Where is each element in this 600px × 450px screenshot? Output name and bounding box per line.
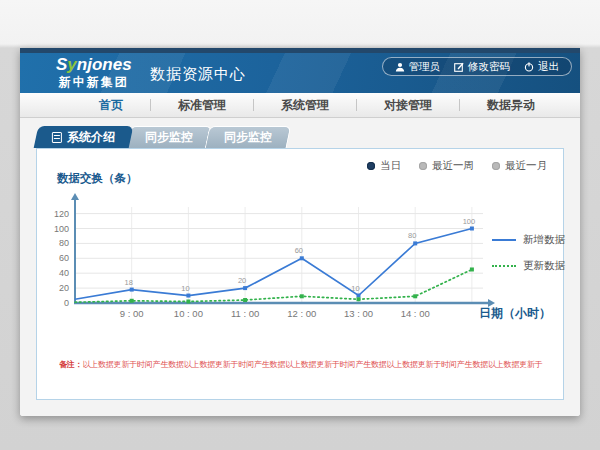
nav-item-interface-management[interactable]: 对接管理 [357, 97, 459, 114]
period-filter: 当日 最近一周 最近一月 [367, 159, 547, 173]
y-tick-label: 60 [59, 253, 69, 263]
legend-label: 新增数据 [523, 233, 565, 247]
logo-subtitle: 新中新集团 [56, 76, 132, 88]
data-point [243, 298, 247, 302]
edit-icon [454, 62, 464, 72]
username-label: 管理员 [409, 60, 441, 74]
tab-sync-monitor-1[interactable]: 同步监控 [126, 126, 213, 148]
change-password-button[interactable]: 修改密码 [454, 60, 510, 74]
y-tick-label: 0 [64, 298, 69, 308]
tab-bar: 系统介绍 同步监控 同步监控 [36, 126, 286, 148]
legend-item-new-data[interactable]: 新增数据 [492, 233, 565, 247]
radio-last-month[interactable]: 最近一月 [492, 159, 547, 173]
point-value-label: 60 [295, 246, 303, 255]
line-chart: 0204060801001209 : 0010 : 0011 : 0012 : … [51, 193, 501, 331]
radio-dot-icon [419, 162, 427, 170]
radio-dot-icon [367, 162, 375, 170]
data-point [413, 241, 417, 245]
logout-label: 退出 [538, 60, 559, 74]
app-window: Synjones 新中新集团 数据资源中心 管理员 修改密码 退出 [20, 48, 580, 416]
power-icon [524, 62, 534, 72]
y-tick-label: 20 [59, 283, 69, 293]
tab-label: 系统介绍 [67, 129, 115, 146]
tab-system-intro[interactable]: 系统介绍 [34, 126, 134, 148]
chart-panel: 当日 最近一周 最近一月 数据交换（条） 0204060801001209 : … [36, 148, 564, 400]
point-value-label: 100 [463, 217, 476, 226]
y-tick-label: 80 [59, 238, 69, 248]
nav-item-home[interactable]: 首页 [72, 97, 150, 114]
data-point [300, 294, 304, 298]
desktop-background: Synjones 新中新集团 数据资源中心 管理员 修改密码 退出 [0, 0, 600, 450]
point-value-label: 20 [238, 276, 246, 285]
data-point [470, 267, 474, 271]
user-icon [395, 62, 405, 72]
x-tick-label: 13 : 00 [344, 308, 373, 319]
user-toolbar: 管理员 修改密码 退出 [382, 57, 573, 76]
data-point [186, 294, 190, 298]
radio-label: 最近一周 [432, 159, 474, 173]
data-point [470, 227, 474, 231]
note-text: 以上数据更新于时间产生数据以上数据更新于时间产生数据以上数据更新于时间产生数据以… [82, 360, 542, 369]
solid-line-icon [492, 239, 516, 241]
point-value-label: 18 [125, 278, 133, 287]
nav-item-system-management[interactable]: 系统管理 [254, 97, 356, 114]
dotted-line-icon [492, 265, 516, 267]
data-point [413, 294, 417, 298]
y-tick-label: 40 [59, 268, 69, 278]
radio-label: 当日 [380, 159, 401, 173]
logout-button[interactable]: 退出 [524, 60, 559, 74]
tab-sync-monitor-2[interactable]: 同步监控 [205, 126, 292, 148]
note-label: 备注： [59, 360, 82, 369]
x-tick-label: 14 : 00 [401, 308, 430, 319]
tab-label: 同步监控 [224, 129, 272, 146]
chart-legend: 新增数据 更新数据 [492, 233, 565, 273]
legend-label: 更新数据 [523, 259, 565, 273]
y-axis-title: 数据交换（条） [57, 171, 138, 186]
radio-dot-icon [492, 162, 500, 170]
y-tick-label: 120 [54, 209, 69, 219]
logo-accent-letter: y [67, 55, 76, 74]
content-area: 系统介绍 同步监控 同步监控 当日 最近一周 [20, 118, 580, 416]
data-point [357, 294, 361, 298]
logo-wordmark: Synjones [56, 56, 132, 73]
series-line-更新数据 [75, 269, 472, 302]
data-point [357, 297, 361, 301]
tab-label: 同步监控 [145, 129, 193, 146]
y-axis-arrow [71, 193, 79, 200]
point-value-label: 80 [408, 231, 416, 240]
data-point [300, 256, 304, 260]
x-tick-label: 9 : 00 [120, 308, 144, 319]
x-axis-title: 日期（小时） [479, 305, 551, 322]
nav-item-standard-management[interactable]: 标准管理 [151, 97, 253, 114]
y-tick-label: 100 [54, 224, 69, 234]
x-tick-label: 10 : 00 [174, 308, 203, 319]
document-icon [52, 132, 62, 143]
current-user[interactable]: 管理员 [395, 60, 441, 74]
footer-note: 备注：以上数据更新于时间产生数据以上数据更新于时间产生数据以上数据更新于时间产生… [59, 359, 553, 370]
data-point [186, 300, 190, 304]
company-logo: Synjones 新中新集团 [56, 56, 132, 88]
legend-item-updated-data[interactable]: 更新数据 [492, 259, 565, 273]
x-tick-label: 12 : 00 [287, 308, 316, 319]
page-title: 数据资源中心 [150, 65, 246, 84]
change-password-label: 修改密码 [468, 60, 510, 74]
radio-today[interactable]: 当日 [367, 159, 401, 173]
point-value-label: 10 [351, 284, 359, 293]
data-point [130, 288, 134, 292]
point-value-label: 10 [181, 284, 189, 293]
app-header: Synjones 新中新集团 数据资源中心 管理员 修改密码 退出 [20, 53, 580, 93]
main-navigation: 首页 标准管理 系统管理 对接管理 数据异动 [20, 93, 580, 118]
data-point [130, 299, 134, 303]
x-tick-label: 11 : 00 [231, 308, 259, 319]
radio-last-week[interactable]: 最近一周 [419, 159, 474, 173]
data-point [243, 286, 247, 290]
nav-item-data-change[interactable]: 数据异动 [460, 97, 562, 114]
radio-label: 最近一月 [505, 159, 547, 173]
